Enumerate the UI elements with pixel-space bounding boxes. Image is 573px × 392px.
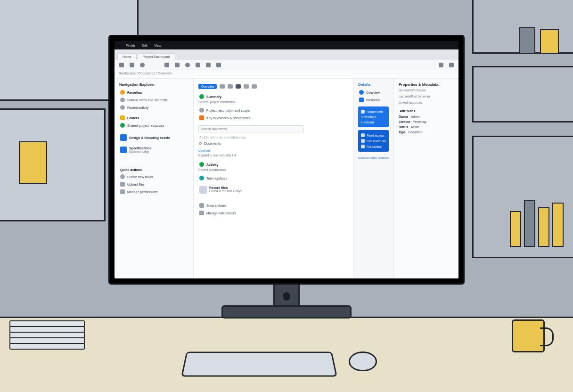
- comment-icon: [361, 139, 365, 143]
- details-rail: Details Overview Protected Shared with 3…: [353, 79, 393, 278]
- nav-item[interactable]: Starred items and shortcuts: [119, 96, 188, 104]
- export-icon[interactable]: [252, 84, 257, 89]
- properties-group: Attributes: [399, 108, 454, 114]
- sort-icon[interactable]: [244, 84, 249, 89]
- flag-icon: [199, 115, 204, 120]
- menubar-item[interactable]: View: [154, 44, 161, 47]
- section-sub: Recent collaborators: [198, 168, 348, 172]
- app-icon[interactable]: [164, 63, 169, 67]
- app-window: Home Project Dashboard Workspace / Docum…: [115, 49, 458, 278]
- tile-icon: [120, 134, 127, 141]
- nav-group[interactable]: Favorites: [119, 89, 188, 96]
- key-icon: [361, 145, 365, 148]
- view-pill[interactable]: Overview: [198, 84, 217, 89]
- property-row: StatusActive: [399, 124, 454, 130]
- panel-sub: General information: [399, 89, 454, 92]
- clock-icon: [120, 105, 125, 110]
- tab-bar[interactable]: Home Project Dashboard: [115, 49, 458, 60]
- grid-icon[interactable]: [216, 63, 221, 67]
- section-heading: Activity: [198, 161, 348, 168]
- refresh-icon[interactable]: [140, 63, 145, 67]
- card-view-icon[interactable]: [220, 84, 225, 89]
- more-icon[interactable]: [206, 63, 211, 67]
- panel-sub: Last modified by owner: [399, 95, 454, 98]
- list-view-icon[interactable]: [228, 84, 233, 89]
- content-block[interactable]: Recent files Edited in the last 7 days: [198, 185, 348, 195]
- rail-row[interactable]: Overview: [358, 89, 389, 96]
- search-input[interactable]: [198, 125, 303, 132]
- dot-icon: [120, 98, 125, 102]
- back-icon[interactable]: [119, 63, 124, 67]
- info-icon: [359, 90, 364, 95]
- menubar-item[interactable]: Edit: [142, 44, 147, 47]
- panel-title: Navigation Explorer: [119, 82, 188, 87]
- nav-footer-title: Quick actions: [119, 167, 188, 173]
- content-row[interactable]: Project description and scope: [198, 106, 348, 114]
- share-card[interactable]: Shared with 3 members 1 external: [358, 106, 389, 127]
- collapse-link[interactable]: Collapse panel: [358, 156, 377, 159]
- property-row: CreatedYesterday: [399, 119, 454, 124]
- archive-icon: [199, 203, 204, 208]
- keyboard: [181, 351, 337, 376]
- screen: Finder Edit View Home Project Dashboard: [115, 41, 458, 278]
- files-icon: [199, 186, 207, 194]
- tab[interactable]: Project Dashboard: [138, 53, 175, 60]
- toolbar: [115, 60, 458, 70]
- folder-icon: [120, 115, 125, 120]
- nav-item[interactable]: Recent activity: [119, 104, 188, 111]
- eye-icon: [361, 133, 365, 137]
- property-row: OwnerAdmin: [399, 114, 454, 119]
- nav-group[interactable]: Folders: [119, 114, 188, 122]
- upload-icon: [120, 182, 125, 187]
- content-row[interactable]: Key milestones & deliverables: [198, 114, 348, 122]
- tab[interactable]: Home: [117, 53, 137, 60]
- main-content: Overview Summary General project informa…: [194, 79, 353, 278]
- people-icon: [361, 110, 365, 114]
- monitor-stand-base: [221, 305, 352, 318]
- shield-icon: [359, 98, 364, 102]
- globe-icon: [199, 162, 204, 167]
- lock-icon: [120, 189, 125, 194]
- info-icon: [199, 94, 204, 99]
- navigation-panel: Navigation Explorer Favorites Starred it…: [115, 79, 194, 278]
- share-icon[interactable]: [175, 63, 180, 67]
- mouse: [349, 351, 377, 371]
- nav-tile[interactable]: Specifications Updated today: [119, 145, 188, 155]
- nav-footer-item[interactable]: Create new folder: [119, 173, 188, 180]
- footer-toggle[interactable]: Manage collaborators: [198, 209, 348, 217]
- nav-footer-item[interactable]: Manage permissions: [119, 188, 188, 196]
- bullet-icon: [199, 108, 204, 113]
- star-icon: [120, 90, 125, 95]
- content-row[interactable]: DDocuments: [198, 140, 348, 147]
- nav-footer-item[interactable]: Upload files: [119, 180, 188, 188]
- content-toolbar: Overview: [198, 82, 348, 93]
- footer-toggle[interactable]: Show archived: [198, 202, 348, 209]
- view-all-link[interactable]: View all: [198, 149, 348, 153]
- section-heading: Summary: [198, 93, 348, 100]
- breadcrumb[interactable]: Workspace / Documents / Overview: [115, 70, 458, 79]
- menubar-item[interactable]: Finder: [126, 44, 135, 47]
- section-sub: General project information: [198, 100, 348, 104]
- list-icon[interactable]: [439, 63, 443, 67]
- share-icon: [120, 123, 125, 128]
- filter-icon[interactable]: [236, 84, 241, 89]
- content-row-muted: Additional notes and references: [198, 134, 348, 140]
- tag-icon[interactable]: [185, 63, 190, 67]
- content-row[interactable]: Team updates: [198, 174, 348, 182]
- nav-tile[interactable]: Design & Branding assets: [119, 133, 188, 142]
- rail-settings-link[interactable]: Settings: [378, 156, 389, 159]
- properties-panel: Properties & Metadata General informatio…: [393, 79, 458, 278]
- property-row: TypeDocument: [399, 130, 454, 135]
- forward-icon[interactable]: [130, 63, 134, 67]
- pin-icon[interactable]: [196, 63, 200, 67]
- panel-sub: Linked resources: [399, 101, 454, 104]
- workspace: Navigation Explorer Favorites Starred it…: [115, 79, 458, 278]
- mac-menubar[interactable]: Finder Edit View: [115, 41, 458, 49]
- link-sub: Expand to see complete list: [198, 154, 348, 157]
- settings-icon[interactable]: [449, 63, 454, 67]
- team-icon: [199, 176, 204, 180]
- nav-item[interactable]: Shared project resources: [119, 122, 188, 129]
- coffee-mug: [512, 319, 545, 352]
- permissions-card[interactable]: Read access Can comment Full control: [358, 130, 389, 152]
- rail-row[interactable]: Protected: [358, 96, 389, 104]
